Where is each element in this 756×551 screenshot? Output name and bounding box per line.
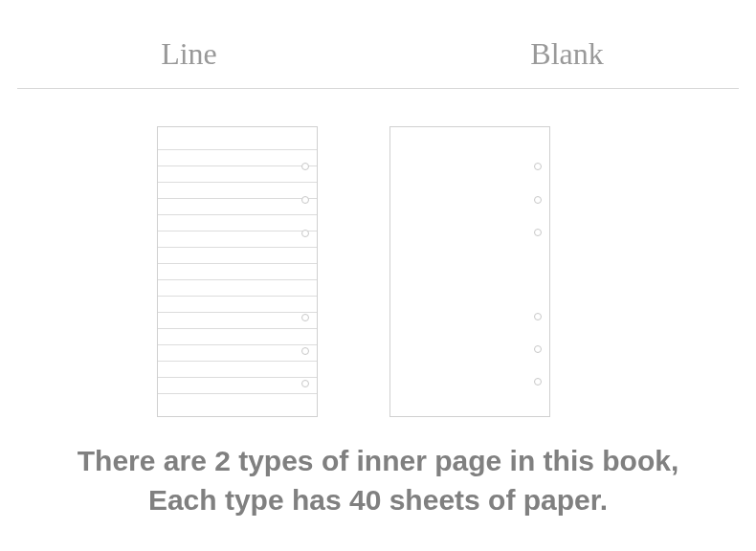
divider	[17, 88, 739, 89]
binder-hole-icon	[301, 380, 309, 387]
rule-line	[158, 182, 317, 183]
rule-line	[158, 149, 317, 150]
binder-hole-icon	[534, 229, 542, 236]
caption-line1: There are 2 types of inner page in this …	[0, 442, 756, 481]
binder-hole-icon	[301, 347, 309, 355]
binder-hole-icon	[301, 163, 309, 170]
rule-line	[158, 393, 317, 394]
caption: There are 2 types of inner page in this …	[0, 442, 756, 519]
binder-hole-icon	[301, 196, 309, 204]
pages-row	[0, 126, 756, 419]
rule-line	[158, 344, 317, 345]
rule-line	[158, 296, 317, 297]
page-sample-lined	[157, 126, 318, 417]
binder-hole-icon	[534, 378, 542, 386]
rule-line	[158, 214, 317, 215]
binder-hole-icon	[534, 313, 542, 320]
rule-line	[158, 247, 317, 248]
rule-line	[158, 165, 317, 166]
rule-line	[158, 279, 317, 280]
rule-line	[158, 361, 317, 362]
rule-line	[158, 312, 317, 313]
binder-hole-icon	[534, 163, 542, 170]
binder-hole-icon	[301, 314, 309, 321]
rule-line	[158, 231, 317, 231]
page-sample-blank	[389, 126, 550, 417]
rule-line	[158, 198, 317, 199]
label-line: Line	[0, 36, 378, 72]
label-blank: Blank	[378, 36, 756, 72]
rule-line	[158, 328, 317, 329]
binder-hole-icon	[301, 230, 309, 237]
binder-hole-icon	[534, 345, 542, 353]
binder-hole-icon	[534, 196, 542, 204]
rule-line	[158, 263, 317, 264]
rule-line	[158, 377, 317, 378]
caption-line2: Each type has 40 sheets of paper.	[0, 481, 756, 520]
